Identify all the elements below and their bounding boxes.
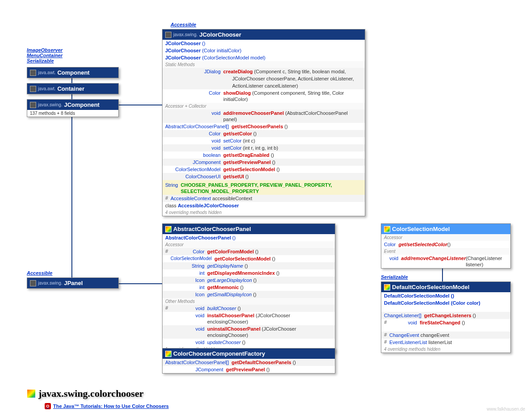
method-count: 137 methods + 8 fields — [27, 110, 118, 117]
interface-label-accessible: Accessible — [27, 270, 52, 276]
class-container: java.awt.Container — [27, 83, 119, 94]
class-icon — [30, 70, 36, 76]
class-jpanel: javax.swing.JPanel — [27, 277, 119, 289]
class-defaultcolorselectionmodel: DefaultColorSelectionModel DefaultColorS… — [381, 281, 511, 353]
interface-colorselectionmodel: ColorSelectionModel Accessor Color get/s… — [381, 223, 511, 269]
connector — [118, 283, 163, 284]
class-component: java.awt.Component — [27, 67, 119, 78]
class-icon — [30, 86, 36, 92]
watermark: www.falkhausen.de — [487, 407, 525, 412]
interface-label-serializable: Serializable — [381, 274, 408, 280]
tutorial-link[interactable]: O The Java™ Tutorials: How to Use Color … — [45, 403, 169, 409]
connector — [118, 105, 163, 105]
class-colorchoosercomponentfactory: ColorChooserComponentFactory AbstractCol… — [162, 348, 335, 374]
oracle-icon: O — [45, 403, 51, 409]
class-abstractcolorchooserpanel: AbstractColorChooserPanel AbstractColorC… — [162, 223, 335, 353]
package-icon — [27, 389, 36, 398]
class-icon — [384, 284, 390, 290]
class-jcolorchooser: javax.swing.JColorChooser JColorChooser … — [162, 29, 365, 216]
class-icon — [165, 351, 171, 357]
package-title: javax.swing.colorchooser — [27, 388, 143, 399]
class-icon — [165, 226, 171, 232]
interface-label: ImageObserver MenuContainer Serializable — [27, 47, 63, 63]
class-jcomponent: javax.swing.JComponent 137 methods + 8 f… — [27, 99, 119, 117]
class-icon — [30, 102, 36, 108]
interface-label-accessible: Accessible — [171, 22, 196, 27]
class-icon — [165, 32, 171, 38]
interface-icon — [384, 226, 390, 232]
class-icon — [30, 280, 36, 286]
